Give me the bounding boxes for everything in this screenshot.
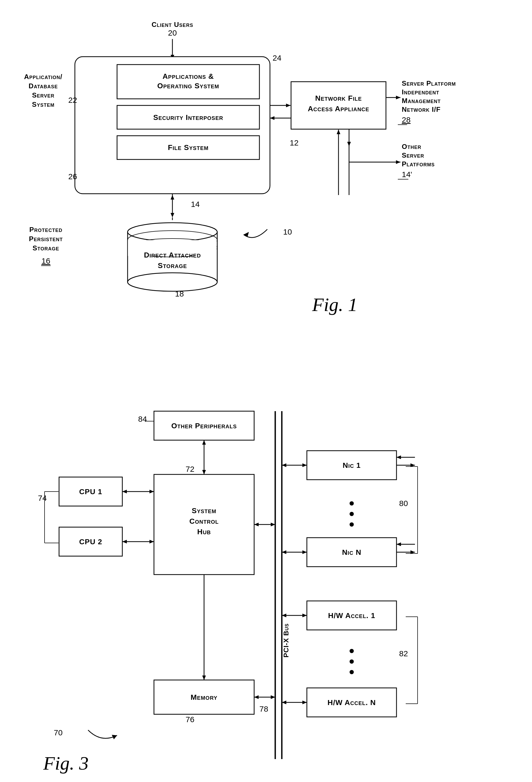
app-db-label3: Server (32, 91, 54, 99)
client-users-label: Client Users (151, 21, 193, 29)
svg-marker-98 (254, 695, 259, 699)
system-control-hub-text1: System (192, 506, 216, 515)
svg-marker-34 (244, 232, 249, 237)
server-platform-label2: Independent (402, 88, 439, 96)
protected-label2: Persistent (29, 235, 63, 243)
svg-marker-25 (347, 142, 351, 146)
file-system-text: File System (168, 143, 209, 151)
svg-marker-92 (303, 701, 307, 704)
other-server-label2: Server (402, 151, 424, 159)
ref-14: 14 (191, 200, 200, 209)
other-peripherals-text: Other Peripherals (171, 422, 237, 430)
svg-marker-60 (303, 463, 307, 467)
app-db-label4: System (32, 100, 54, 108)
svg-marker-81 (282, 613, 286, 617)
svg-marker-30 (396, 96, 400, 99)
nicn-text: Nic N (342, 548, 361, 557)
svg-point-67 (350, 522, 354, 527)
app-db-label: Application/ (24, 73, 63, 81)
app-os-text2: Operating System (157, 82, 219, 90)
svg-marker-78 (396, 542, 401, 546)
svg-marker-7 (171, 213, 174, 217)
svg-point-12 (128, 273, 217, 291)
svg-point-85 (350, 670, 354, 674)
svg-marker-73 (282, 550, 286, 554)
svg-marker-33 (396, 160, 400, 164)
ref-74: 74 (38, 494, 47, 502)
system-control-hub-text2: Control (189, 517, 219, 525)
ref-78: 78 (259, 705, 268, 713)
svg-point-83 (350, 649, 354, 653)
protected-label3: Storage (32, 244, 59, 252)
hw-acceln-text: H/W Accel. N (327, 699, 376, 707)
svg-marker-9 (171, 195, 174, 200)
hw-accel1-text: H/W Accel. 1 (328, 611, 376, 619)
ref-12: 12 (290, 138, 298, 147)
ref-26: 26 (68, 172, 77, 181)
svg-marker-82 (303, 613, 307, 617)
cpu1-text: CPU 1 (79, 488, 102, 496)
svg-marker-47 (122, 490, 127, 493)
security-interposer-text: Security Interposer (153, 113, 223, 121)
svg-marker-19 (286, 104, 290, 107)
ref-16: 16 (41, 256, 50, 265)
ref-20: 20 (168, 29, 177, 37)
svg-marker-54 (202, 676, 206, 680)
ref-28: 28 (402, 115, 411, 124)
server-platform-label4: Network I/F (402, 105, 440, 113)
other-server-label3: Platforms (402, 160, 435, 168)
ref-14prime: 14' (402, 170, 412, 179)
svg-marker-39 (202, 470, 206, 474)
svg-marker-50 (122, 540, 127, 543)
system-control-hub-text3: Hub (197, 528, 211, 536)
pci-x-bus-label: PCI-X Bus (282, 623, 290, 657)
svg-marker-74 (303, 550, 307, 554)
nfa-text2: Access Appliance (308, 105, 369, 113)
other-server-label1: Other (402, 143, 421, 150)
ref-72: 72 (186, 465, 194, 473)
svg-marker-64 (396, 456, 401, 459)
svg-marker-48 (149, 490, 154, 493)
page: Client Users 20 Applications & Operating… (0, 0, 532, 782)
svg-point-66 (350, 512, 354, 516)
ref-70: 70 (54, 728, 63, 737)
figure-1-container: Client Users 20 Applications & Operating… (22, 16, 510, 358)
ref-18: 18 (175, 289, 184, 298)
storage-text1: Direct Attached (144, 251, 201, 259)
figure-1-svg: Client Users 20 Applications & Operating… (22, 16, 510, 358)
ref-22: 22 (68, 96, 77, 104)
ref-76: 76 (186, 715, 194, 724)
ref-24: 24 (273, 54, 281, 62)
storage-text2: Storage (158, 261, 187, 270)
nfa-text1: Network File (315, 94, 362, 102)
nic1-text: Nic 1 (343, 461, 361, 469)
cpu2-text: CPU 2 (79, 538, 102, 546)
ref-84: 84 (138, 415, 147, 423)
svg-marker-91 (282, 701, 286, 704)
svg-marker-97 (271, 695, 275, 699)
svg-point-65 (350, 501, 354, 505)
figure-3-svg: Other Peripherals 84 System Control Hub … (22, 390, 510, 780)
svg-point-84 (350, 660, 354, 664)
svg-marker-59 (282, 463, 286, 467)
svg-marker-51 (149, 540, 154, 543)
svg-marker-94 (271, 523, 275, 526)
ref-10: 10 (283, 227, 292, 236)
svg-marker-21 (270, 116, 275, 120)
fig3-label: Fig. 3 (43, 753, 88, 774)
svg-marker-38 (202, 440, 206, 445)
fig1-label: Fig. 1 (312, 294, 357, 315)
memory-text: Memory (190, 693, 217, 701)
figure-3-container: Other Peripherals 84 System Control Hub … (22, 390, 510, 780)
ref-80: 80 (399, 499, 408, 508)
ref-82: 82 (399, 649, 408, 658)
app-os-text: Applications & (163, 72, 214, 80)
server-platform-label1: Server Platform (402, 79, 456, 87)
app-db-label2: Database (29, 82, 58, 90)
protected-label1: Protected (29, 225, 62, 234)
svg-marker-23 (336, 130, 340, 134)
svg-marker-95 (254, 523, 259, 526)
server-platform-label3: Management (402, 97, 441, 105)
